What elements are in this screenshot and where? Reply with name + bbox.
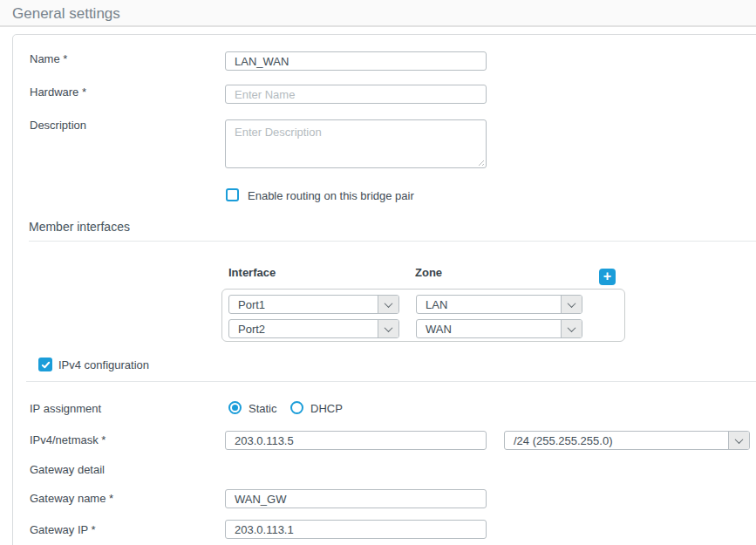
ipv4-configuration-label: IPv4 configuration (58, 358, 149, 371)
interface-select-row2-value: Port2 (229, 323, 378, 336)
ipv4-netmask-label: IPv4/netmask * (30, 433, 106, 446)
zone-column-header: Zone (415, 266, 442, 279)
interface-select-row2[interactable]: Port2 (228, 319, 399, 338)
description-label: Description (30, 119, 86, 132)
add-row-button[interactable]: + (599, 269, 616, 285)
name-input[interactable] (225, 51, 487, 71)
section-divider (29, 241, 756, 242)
chevron-down-icon[interactable] (728, 432, 749, 449)
chevron-down-icon[interactable] (561, 320, 582, 337)
page-header: General settings (0, 0, 756, 27)
ip-assignment-label: IP assignment (30, 402, 101, 415)
netmask-select[interactable]: /24 (255.255.255.0) (504, 431, 750, 450)
page-title: General settings (12, 5, 120, 23)
chevron-down-icon[interactable] (378, 320, 398, 337)
zone-select-row1-value: LAN (417, 298, 561, 311)
radio-dhcp[interactable] (290, 401, 303, 414)
radio-static[interactable] (228, 401, 242, 414)
enable-routing-label: Enable routing on this bridge pair (248, 189, 414, 202)
gateway-name-input[interactable] (225, 489, 487, 508)
interface-column-header: Interface (228, 266, 276, 279)
zone-select-row2-value: WAN (417, 323, 561, 336)
description-textarea[interactable] (225, 119, 487, 168)
interface-select-row1[interactable]: Port1 (228, 295, 399, 314)
gateway-detail-label: Gateway detail (30, 463, 105, 476)
member-interfaces-title: Member interfaces (29, 220, 130, 234)
zone-select-row1[interactable]: LAN (416, 295, 582, 314)
gateway-ip-input[interactable] (225, 520, 487, 539)
enable-routing-checkbox[interactable] (226, 188, 239, 201)
ipv4-configuration-checkbox[interactable] (38, 358, 52, 371)
plus-icon: + (603, 269, 611, 283)
section-divider (26, 381, 756, 382)
netmask-select-value: /24 (255.255.255.0) (505, 434, 728, 447)
chevron-down-icon[interactable] (378, 296, 398, 313)
checkmark-icon (41, 360, 51, 370)
radio-static-label: Static (249, 402, 277, 415)
radio-dhcp-label: DHCP (310, 402, 343, 415)
gateway-name-label: Gateway name * (30, 492, 113, 505)
gateway-ip-label: Gateway IP * (30, 523, 96, 536)
hardware-input[interactable] (225, 85, 487, 104)
interface-select-row1-value: Port1 (229, 298, 378, 311)
chevron-down-icon[interactable] (561, 296, 582, 313)
ipv4-address-input[interactable] (225, 431, 487, 450)
name-label: Name * (30, 52, 67, 65)
zone-select-row2[interactable]: WAN (416, 319, 582, 338)
hardware-label: Hardware * (30, 85, 86, 99)
general-settings-page: General settings Name * Hardware * Descr… (0, 0, 756, 545)
